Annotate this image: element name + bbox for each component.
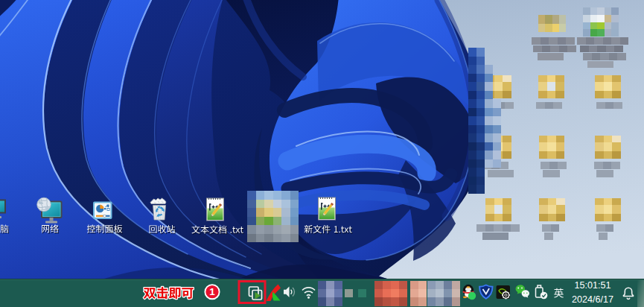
svg-text:1: 1 (209, 286, 215, 297)
svg-text:2024/6/17: 2024/6/17 (572, 294, 613, 305)
svg-text:15:01:51: 15:01:51 (574, 280, 610, 291)
